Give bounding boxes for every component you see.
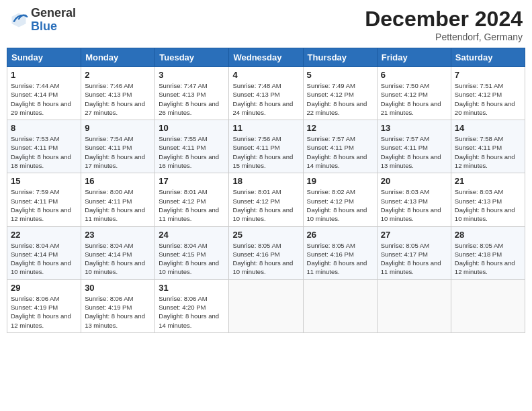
calendar-cell: 24 Sunrise: 8:04 AM Sunset: 4:15 PM Dayl… (155, 226, 229, 279)
calendar-cell: 1 Sunrise: 7:44 AM Sunset: 4:14 PM Dayli… (7, 67, 81, 120)
day-info: Sunrise: 8:02 AM Sunset: 4:12 PM Dayligh… (307, 187, 373, 223)
day-number: 27 (381, 230, 447, 240)
day-number: 26 (307, 230, 373, 240)
day-info: Sunrise: 8:05 AM Sunset: 4:16 PM Dayligh… (307, 241, 373, 277)
day-number: 15 (11, 176, 77, 186)
calendar-cell: 25 Sunrise: 8:05 AM Sunset: 4:16 PM Dayl… (229, 226, 303, 279)
day-number: 17 (159, 176, 225, 186)
day-info: Sunrise: 7:56 AM Sunset: 4:11 PM Dayligh… (232, 134, 299, 170)
day-number: 29 (11, 283, 77, 293)
calendar-cell: 28 Sunrise: 8:05 AM Sunset: 4:18 PM Dayl… (451, 226, 525, 279)
day-header-sunday: Sunday (7, 48, 81, 67)
day-number: 10 (159, 123, 225, 133)
day-info: Sunrise: 7:46 AM Sunset: 4:13 PM Dayligh… (85, 81, 151, 117)
title-area: December 2024 Pettendorf, Germany (365, 7, 523, 42)
day-number: 13 (381, 123, 447, 133)
day-number: 28 (455, 230, 521, 240)
calendar-cell: 27 Sunrise: 8:05 AM Sunset: 4:17 PM Dayl… (377, 226, 451, 279)
day-info: Sunrise: 8:05 AM Sunset: 4:16 PM Dayligh… (232, 241, 299, 277)
day-info: Sunrise: 7:51 AM Sunset: 4:12 PM Dayligh… (455, 81, 521, 117)
calendar-cell (303, 279, 377, 332)
day-info: Sunrise: 7:47 AM Sunset: 4:13 PM Dayligh… (159, 81, 225, 117)
day-info: Sunrise: 8:01 AM Sunset: 4:12 PM Dayligh… (232, 187, 299, 223)
day-number: 14 (455, 123, 521, 133)
day-header-saturday: Saturday (451, 48, 525, 67)
day-info: Sunrise: 7:59 AM Sunset: 4:11 PM Dayligh… (11, 187, 77, 223)
week-row-2: 8 Sunrise: 7:53 AM Sunset: 4:11 PM Dayli… (7, 120, 525, 173)
month-title: December 2024 (365, 7, 523, 32)
calendar-cell: 31 Sunrise: 8:06 AM Sunset: 4:20 PM Dayl… (155, 279, 229, 332)
calendar-cell: 4 Sunrise: 7:48 AM Sunset: 4:13 PM Dayli… (229, 67, 303, 120)
page-header: General Blue December 2024 Pettendorf, G… (7, 7, 525, 42)
day-number: 23 (85, 230, 151, 240)
calendar-table: SundayMondayTuesdayWednesdayThursdayFrid… (7, 48, 525, 333)
day-header-wednesday: Wednesday (229, 48, 303, 67)
day-number: 19 (307, 176, 373, 186)
calendar-cell: 21 Sunrise: 8:03 AM Sunset: 4:13 PM Dayl… (451, 173, 525, 226)
calendar-cell: 3 Sunrise: 7:47 AM Sunset: 4:13 PM Dayli… (155, 67, 229, 120)
day-info: Sunrise: 7:48 AM Sunset: 4:13 PM Dayligh… (232, 81, 299, 117)
day-number: 4 (232, 70, 299, 80)
calendar-cell: 29 Sunrise: 8:06 AM Sunset: 4:19 PM Dayl… (7, 279, 81, 332)
calendar-cell (377, 279, 451, 332)
calendar-cell: 23 Sunrise: 8:04 AM Sunset: 4:14 PM Dayl… (81, 226, 155, 279)
day-number: 18 (232, 176, 299, 186)
day-info: Sunrise: 8:03 AM Sunset: 4:13 PM Dayligh… (381, 187, 447, 223)
day-header-thursday: Thursday (303, 48, 377, 67)
day-number: 22 (11, 230, 77, 240)
calendar-cell: 6 Sunrise: 7:50 AM Sunset: 4:12 PM Dayli… (377, 67, 451, 120)
day-info: Sunrise: 7:54 AM Sunset: 4:11 PM Dayligh… (85, 134, 151, 170)
day-number: 20 (381, 176, 447, 186)
day-number: 30 (85, 283, 151, 293)
day-info: Sunrise: 8:03 AM Sunset: 4:13 PM Dayligh… (455, 187, 521, 223)
day-info: Sunrise: 8:05 AM Sunset: 4:17 PM Dayligh… (381, 241, 447, 277)
logo-general: General (31, 6, 76, 19)
logo-text: General Blue (31, 7, 76, 34)
calendar-cell: 11 Sunrise: 7:56 AM Sunset: 4:11 PM Dayl… (229, 120, 303, 173)
day-number: 7 (455, 70, 521, 80)
day-info: Sunrise: 8:06 AM Sunset: 4:19 PM Dayligh… (11, 294, 77, 330)
day-number: 9 (85, 123, 151, 133)
day-info: Sunrise: 8:04 AM Sunset: 4:15 PM Dayligh… (159, 241, 225, 277)
day-info: Sunrise: 8:04 AM Sunset: 4:14 PM Dayligh… (11, 241, 77, 277)
calendar-cell: 8 Sunrise: 7:53 AM Sunset: 4:11 PM Dayli… (7, 120, 81, 173)
general-blue-logo-icon (9, 11, 28, 30)
day-info: Sunrise: 8:05 AM Sunset: 4:18 PM Dayligh… (455, 241, 521, 277)
day-info: Sunrise: 7:57 AM Sunset: 4:11 PM Dayligh… (307, 134, 373, 170)
day-number: 21 (455, 176, 521, 186)
calendar-cell: 14 Sunrise: 7:58 AM Sunset: 4:11 PM Dayl… (451, 120, 525, 173)
day-info: Sunrise: 8:04 AM Sunset: 4:14 PM Dayligh… (85, 241, 151, 277)
day-number: 31 (159, 283, 225, 293)
day-number: 2 (85, 70, 151, 80)
day-info: Sunrise: 8:06 AM Sunset: 4:20 PM Dayligh… (159, 294, 225, 330)
day-info: Sunrise: 8:00 AM Sunset: 4:11 PM Dayligh… (85, 187, 151, 223)
calendar-cell: 12 Sunrise: 7:57 AM Sunset: 4:11 PM Dayl… (303, 120, 377, 173)
calendar-cell (451, 279, 525, 332)
day-info: Sunrise: 7:44 AM Sunset: 4:14 PM Dayligh… (11, 81, 77, 117)
calendar-cell: 22 Sunrise: 8:04 AM Sunset: 4:14 PM Dayl… (7, 226, 81, 279)
week-row-5: 29 Sunrise: 8:06 AM Sunset: 4:19 PM Dayl… (7, 279, 525, 332)
day-header-tuesday: Tuesday (155, 48, 229, 67)
day-number: 16 (85, 176, 151, 186)
logo-blue: Blue (31, 19, 57, 33)
week-row-3: 15 Sunrise: 7:59 AM Sunset: 4:11 PM Dayl… (7, 173, 525, 226)
calendar-cell: 16 Sunrise: 8:00 AM Sunset: 4:11 PM Dayl… (81, 173, 155, 226)
calendar-cell: 18 Sunrise: 8:01 AM Sunset: 4:12 PM Dayl… (229, 173, 303, 226)
calendar-header-row: SundayMondayTuesdayWednesdayThursdayFrid… (7, 48, 525, 67)
day-info: Sunrise: 7:58 AM Sunset: 4:11 PM Dayligh… (455, 134, 521, 170)
day-info: Sunrise: 8:01 AM Sunset: 4:12 PM Dayligh… (159, 187, 225, 223)
day-number: 24 (159, 230, 225, 240)
day-number: 25 (232, 230, 299, 240)
day-info: Sunrise: 7:53 AM Sunset: 4:11 PM Dayligh… (11, 134, 77, 170)
day-header-monday: Monday (81, 48, 155, 67)
logo: General Blue (9, 7, 76, 34)
day-number: 6 (381, 70, 447, 80)
calendar-cell: 20 Sunrise: 8:03 AM Sunset: 4:13 PM Dayl… (377, 173, 451, 226)
day-info: Sunrise: 8:06 AM Sunset: 4:19 PM Dayligh… (85, 294, 151, 330)
calendar-cell: 5 Sunrise: 7:49 AM Sunset: 4:12 PM Dayli… (303, 67, 377, 120)
calendar-cell: 30 Sunrise: 8:06 AM Sunset: 4:19 PM Dayl… (81, 279, 155, 332)
day-number: 3 (159, 70, 225, 80)
calendar-cell (229, 279, 303, 332)
calendar-cell: 13 Sunrise: 7:57 AM Sunset: 4:11 PM Dayl… (377, 120, 451, 173)
day-header-friday: Friday (377, 48, 451, 67)
